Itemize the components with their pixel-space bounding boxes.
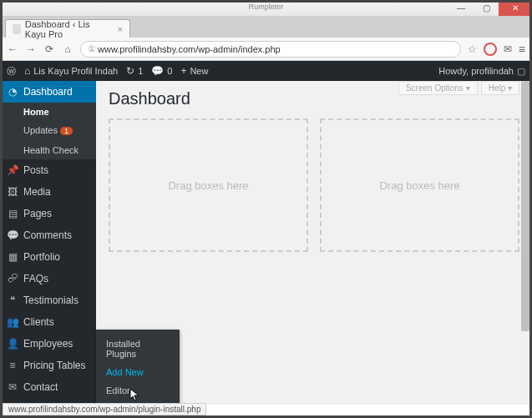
screen-meta-links: Screen Options ▾ Help ▾: [398, 81, 519, 95]
menu-pricing-tables[interactable]: ≡Pricing Tables: [0, 355, 96, 376]
back-icon[interactable]: ←: [7, 43, 18, 55]
flyout-editor[interactable]: Editor: [96, 381, 180, 400]
menu-testimonials[interactable]: ❝Testimonials: [0, 290, 96, 311]
wp-logo-icon[interactable]: ⓦ: [7, 65, 16, 78]
menu-clients[interactable]: 👥Clients: [0, 311, 96, 333]
pin-icon: 📌: [7, 164, 18, 176]
submenu-home[interactable]: Home: [0, 103, 96, 121]
dashboard-widgets: Drag boxes here Drag boxes here: [109, 118, 519, 252]
plus-icon: +: [180, 65, 186, 77]
window-maximize-button[interactable]: ▢: [474, 0, 499, 16]
wp-admin-bar: ⓦ ⌂Lis Kayu Profil Indah ↻1 💬0 +New Howd…: [0, 61, 532, 81]
comments-link[interactable]: 💬0: [151, 65, 172, 77]
screen-options-button[interactable]: Screen Options ▾: [398, 81, 478, 95]
home-icon: ⌂: [24, 65, 30, 77]
refresh-icon: ↻: [126, 65, 134, 77]
browser-menu-icon[interactable]: ≡: [519, 43, 525, 56]
vertical-scrollbar[interactable]: [521, 81, 529, 398]
plugins-flyout: Installed Plugins Add New Editor: [96, 330, 180, 405]
bookmark-icon[interactable]: ☆: [468, 43, 477, 55]
media-icon: 🖾: [7, 186, 18, 198]
browser-toolbar: ← → ⟳ ⌂ ① www.profilindahsby.com/wp-admi…: [0, 38, 532, 61]
tab-close-icon[interactable]: ×: [118, 24, 123, 34]
dashboard-icon: ◔: [7, 86, 18, 98]
clients-icon: 👥: [7, 316, 18, 328]
employee-icon: 👤: [7, 338, 18, 350]
favicon-icon: [13, 24, 21, 34]
window-title: Rumpleter: [249, 3, 284, 11]
menu-comments[interactable]: 💬Comments: [0, 224, 96, 246]
faq-icon: 🗪: [7, 273, 18, 285]
flyout-installed-plugins[interactable]: Installed Plugins: [96, 335, 180, 363]
menu-pages[interactable]: ▤Pages: [0, 203, 96, 224]
help-button[interactable]: Help ▾: [481, 81, 519, 95]
home-icon[interactable]: ⌂: [62, 43, 73, 55]
list-icon: ≡: [7, 360, 18, 371]
dropzone-left[interactable]: Drag boxes here: [109, 118, 308, 252]
updates-badge: 1: [60, 127, 73, 135]
scrollbar-thumb[interactable]: [521, 81, 529, 331]
menu-employees[interactable]: 👤Employees: [0, 333, 96, 355]
window-close-button[interactable]: ✕: [499, 0, 532, 16]
dashboard-submenu: Home Updates1 Health Check: [0, 103, 96, 159]
site-info-icon[interactable]: ①: [88, 43, 96, 54]
window-titlebar: Rumpleter — ▢ ✕: [0, 0, 532, 17]
browser-tabstrip: Dashboard ‹ Lis Kayu Pro ×: [0, 17, 532, 38]
mail-icon: ✉: [7, 381, 18, 393]
menu-faqs[interactable]: 🗪FAQs: [0, 268, 96, 290]
menu-dashboard[interactable]: ◔Dashboard: [0, 81, 96, 103]
opera-icon[interactable]: [484, 43, 497, 56]
browser-tab[interactable]: Dashboard ‹ Lis Kayu Pro ×: [5, 19, 130, 38]
quote-icon: ❝: [7, 295, 18, 306]
flyout-add-new[interactable]: Add New: [96, 363, 180, 381]
submenu-updates[interactable]: Updates1: [0, 121, 96, 141]
site-name-link[interactable]: ⌂Lis Kayu Profil Indah: [24, 65, 118, 77]
tab-title: Dashboard ‹ Lis Kayu Pro: [25, 19, 111, 39]
browser-statusbar: www.profilindahsby.com/wp-admin/plugin-i…: [3, 403, 206, 415]
updates-link[interactable]: ↻1: [126, 65, 143, 77]
menu-portfolio[interactable]: ▦Portfolio: [0, 246, 96, 268]
address-bar[interactable]: ① www.profilindahsby.com/wp-admin/index.…: [80, 41, 461, 58]
reload-icon[interactable]: ⟳: [43, 43, 55, 55]
wp-body: ◔Dashboard Home Updates1 Health Check 📌P…: [0, 81, 532, 405]
mail-icon[interactable]: ✉: [504, 43, 512, 55]
submenu-health-check[interactable]: Health Check: [0, 141, 96, 159]
window-minimize-button[interactable]: —: [448, 0, 474, 16]
avatar-icon: ▢: [517, 66, 525, 77]
dropzone-right[interactable]: Drag boxes here: [320, 118, 519, 252]
new-content-link[interactable]: +New: [180, 65, 208, 77]
page-icon: ▤: [7, 208, 18, 219]
comment-icon: 💬: [151, 65, 164, 77]
menu-posts[interactable]: 📌Posts: [0, 159, 96, 181]
menu-contact[interactable]: ✉Contact: [0, 376, 96, 398]
comment-icon: 💬: [7, 229, 18, 241]
admin-sidebar: ◔Dashboard Home Updates1 Health Check 📌P…: [0, 81, 96, 405]
menu-media[interactable]: 🖾Media: [0, 181, 96, 203]
url-text: www.profilindahsby.com/wp-admin/index.ph…: [98, 44, 281, 54]
forward-icon[interactable]: →: [25, 43, 37, 55]
howdy-link[interactable]: Howdy, profilindah ▢: [438, 66, 525, 77]
portfolio-icon: ▦: [7, 251, 18, 263]
